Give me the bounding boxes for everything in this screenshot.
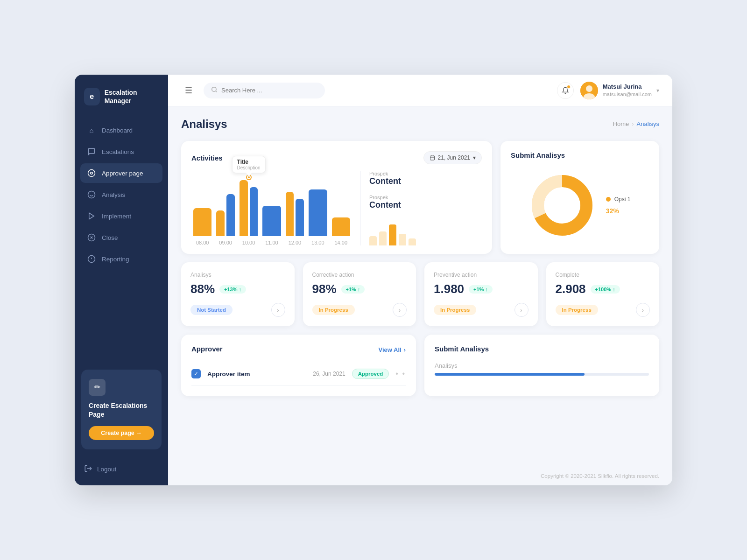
sidebar-nav: ⌂ Dashboard Escalations Approver page A bbox=[75, 120, 168, 362]
status-pill-in-progress[interactable]: In Progress bbox=[312, 305, 355, 315]
breadcrumb: Home › Analisys bbox=[613, 120, 659, 127]
status-pill-not-started[interactable]: Not Started bbox=[190, 305, 233, 315]
stat-card-preventive: Preventive action 1.980 +1% ↑ In Progres… bbox=[424, 262, 538, 326]
approver-card: Approver View All › ✓ Approver item 26, … bbox=[181, 335, 416, 396]
next-button[interactable]: › bbox=[271, 303, 285, 317]
stats-row: Analisys 88% +13% ↑ Not Started › bbox=[181, 262, 659, 326]
stat-value: 1.980 bbox=[434, 282, 464, 296]
bar-group-6 bbox=[332, 217, 350, 236]
date-label: 21, Jun 2021 bbox=[438, 154, 470, 161]
bar-orange bbox=[240, 180, 248, 236]
svg-point-2 bbox=[88, 191, 95, 198]
submit-analisys-section-title: Submit Analisys bbox=[435, 345, 489, 353]
bar-orange bbox=[216, 210, 225, 236]
topbar: ☰ Matsui Jurina matsui bbox=[168, 75, 672, 106]
prospek-label-1: Prospek bbox=[369, 171, 482, 176]
logout-label: Logout bbox=[97, 466, 116, 473]
legend-item-pct: 32% bbox=[606, 207, 631, 215]
date-filter[interactable]: 21, Jun 2021 ▾ bbox=[423, 151, 482, 164]
approver-date: 26, Jun 2021 bbox=[313, 371, 345, 377]
copyright: Copyright © 2020-2021 Silkflo. All right… bbox=[541, 473, 659, 479]
stat-badge: +1% ↑ bbox=[469, 285, 493, 294]
svg-point-25 bbox=[544, 188, 580, 223]
stat-value: 88% bbox=[190, 282, 215, 296]
view-all-button[interactable]: View All › bbox=[379, 346, 406, 353]
topbar-right: Matsui Jurina matsuisan@mail.com ▾ bbox=[557, 82, 659, 99]
bar-group-2: Title Description bbox=[240, 180, 258, 236]
bar-tooltip: Title Description bbox=[232, 156, 266, 173]
dropdown-arrow-icon: ▾ bbox=[656, 87, 659, 94]
prospek-label-2: Prospek bbox=[369, 195, 482, 200]
sidebar-item-label: Analysis bbox=[102, 191, 125, 198]
stat-label: Corrective action bbox=[312, 272, 407, 278]
promo-icon: ✏ bbox=[89, 379, 106, 396]
stat-value: 2.908 bbox=[556, 282, 586, 296]
stat-badge: +13% ↑ bbox=[219, 285, 246, 294]
stat-label: Complete bbox=[556, 272, 650, 278]
analysis-icon bbox=[87, 190, 96, 199]
tooltip-title: Title bbox=[237, 159, 261, 165]
sidebar-item-dashboard[interactable]: ⌂ Dashboard bbox=[80, 120, 162, 140]
prospek-value-2: Content bbox=[369, 200, 482, 210]
notification-button[interactable] bbox=[557, 82, 574, 99]
breadcrumb-current: Analisys bbox=[637, 120, 659, 127]
sidebar-item-close[interactable]: Close bbox=[80, 228, 162, 247]
view-all-arrow-icon: › bbox=[404, 346, 406, 353]
breadcrumb-home: Home bbox=[613, 120, 629, 127]
create-page-button[interactable]: Create page → bbox=[89, 426, 154, 440]
up-icon: ↑ bbox=[613, 287, 615, 292]
stat-label: Analisys bbox=[190, 272, 285, 278]
bar-blue bbox=[226, 194, 235, 236]
breadcrumb-separator: › bbox=[632, 120, 634, 127]
user-name: Matsui Jurina bbox=[603, 83, 652, 91]
stat-card-complete: Complete 2.908 +100% ↑ In Progress › bbox=[546, 262, 660, 326]
sidebar-item-implement[interactable]: Implement bbox=[80, 206, 162, 226]
status-pill-in-progress[interactable]: In Progress bbox=[556, 305, 598, 315]
analisys-progress-bar bbox=[435, 373, 649, 376]
submit-analisys-title: Submit Analisys bbox=[511, 151, 649, 159]
svg-point-13 bbox=[212, 87, 216, 91]
stat-label: Preventive action bbox=[434, 272, 529, 278]
sidebar-item-label: Close bbox=[102, 234, 118, 241]
more-options-icon[interactable]: • • bbox=[395, 370, 406, 378]
next-button[interactable]: › bbox=[393, 303, 407, 317]
sidebar-item-approver[interactable]: Approver page bbox=[80, 163, 162, 183]
donut-chart bbox=[529, 173, 595, 238]
stat-card-analisys: Analisys 88% +13% ↑ Not Started › bbox=[181, 262, 295, 326]
sidebar-logo: e Escalation Manager bbox=[75, 75, 168, 120]
bar-blue bbox=[250, 187, 258, 236]
chart-labels: 08.00 09.00 10.00 11.00 12.00 13.00 14.0… bbox=[191, 236, 352, 245]
donut-wrapper: Opsi 1 32% bbox=[511, 167, 649, 244]
checkbox[interactable]: ✓ bbox=[191, 369, 201, 378]
chart-area: Title Description bbox=[191, 171, 352, 236]
activities-title: Activities bbox=[191, 154, 223, 162]
bar-blue bbox=[296, 199, 304, 236]
search-input[interactable] bbox=[221, 87, 317, 94]
logout-button[interactable]: Logout bbox=[75, 457, 168, 485]
sidebar-item-label: Approver page bbox=[102, 170, 143, 177]
user-profile[interactable]: Matsui Jurina matsuisan@mail.com ▾ bbox=[580, 82, 659, 99]
next-button[interactable]: › bbox=[514, 303, 529, 317]
sidebar-item-label: Dashboard bbox=[102, 127, 133, 134]
prospek-1: Prospek Content bbox=[369, 171, 482, 186]
chart-label: 09.00 bbox=[216, 240, 234, 245]
chart-label: 14.00 bbox=[332, 240, 350, 245]
page-footer: Copyright © 2020-2021 Silkflo. All right… bbox=[168, 469, 672, 485]
sidebar-promo: ✏ Create Escalations Page Create page → bbox=[81, 370, 162, 449]
activities-right-info: Prospek Content Prospek Content bbox=[360, 171, 482, 245]
close-icon bbox=[87, 233, 96, 242]
page-content: Analisys Home › Analisys Activities 21, … bbox=[168, 106, 672, 469]
stat-status-row: In Progress › bbox=[556, 303, 650, 317]
menu-button[interactable]: ☰ bbox=[181, 84, 196, 98]
notification-dot bbox=[567, 85, 571, 89]
section-header: Approver View All › bbox=[191, 345, 406, 355]
sidebar-item-escalations[interactable]: Escalations bbox=[80, 142, 162, 161]
sidebar-item-reporting[interactable]: Reporting bbox=[80, 249, 162, 269]
chart-label: 11.00 bbox=[262, 240, 281, 245]
status-pill-in-progress[interactable]: In Progress bbox=[434, 305, 476, 315]
sidebar-item-analysis[interactable]: Analysis bbox=[80, 185, 162, 204]
next-button[interactable]: › bbox=[636, 303, 650, 317]
mini-bar bbox=[369, 236, 377, 245]
svg-point-16 bbox=[586, 85, 592, 92]
main-content: ☰ Matsui Jurina matsui bbox=[168, 75, 672, 485]
